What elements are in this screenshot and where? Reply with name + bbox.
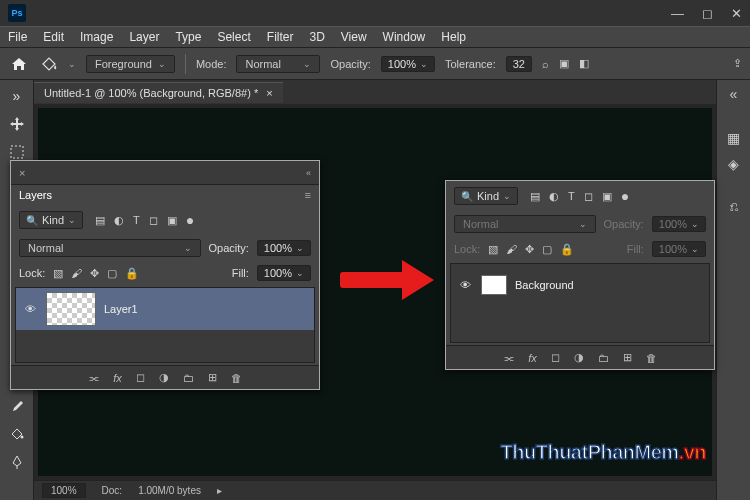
pen-tool[interactable]: [4, 450, 30, 474]
menu-window[interactable]: Window: [383, 30, 426, 44]
filter-toggle-icon[interactable]: ●: [186, 212, 194, 228]
chevron-down-icon: ⌄: [691, 219, 699, 229]
menu-image[interactable]: Image: [80, 30, 113, 44]
layers-panel-icon[interactable]: ◈: [728, 156, 739, 172]
home-button[interactable]: [8, 54, 30, 74]
menu-layer[interactable]: Layer: [129, 30, 159, 44]
panel-collapse-icon[interactable]: «: [306, 168, 311, 178]
opacity-field[interactable]: 100% ⌄: [381, 56, 435, 72]
3d-panel-icon[interactable]: ▦: [727, 130, 740, 146]
menu-edit[interactable]: Edit: [43, 30, 64, 44]
foreground-dropdown[interactable]: Foreground ⌄: [86, 55, 175, 73]
share-icon[interactable]: ⇪: [733, 57, 742, 70]
layers-tab[interactable]: Layers: [19, 189, 52, 201]
filter-adjustment-icon[interactable]: ◐: [549, 190, 559, 203]
chevron-down-icon: ⌄: [503, 191, 511, 201]
tool-chevron-icon[interactable]: ⌄: [68, 59, 76, 69]
visibility-icon[interactable]: 👁: [22, 303, 38, 315]
maximize-icon[interactable]: ◻: [702, 6, 713, 21]
bucket-tool-icon[interactable]: [40, 56, 58, 72]
layer-thumbnail[interactable]: [481, 275, 507, 295]
filter-kind-dropdown[interactable]: 🔍 Kind ⌄: [454, 187, 518, 205]
layer-name[interactable]: Background: [515, 279, 574, 291]
svg-point-3: [20, 436, 23, 439]
brush-tool[interactable]: [4, 394, 30, 418]
layer-style-icon[interactable]: fx: [113, 372, 122, 384]
lock-position-icon[interactable]: ✥: [90, 267, 99, 280]
mode-dropdown[interactable]: Normal ⌄: [236, 55, 320, 73]
status-bar: 100% Doc: 1.00M/0 bytes ▸: [34, 480, 716, 500]
panel-header[interactable]: × «: [11, 161, 319, 185]
adjustments-panel-icon[interactable]: ⎌: [730, 198, 738, 214]
layer-mask-icon[interactable]: ◻: [551, 351, 560, 364]
svg-rect-0: [11, 146, 23, 158]
tolerance-field[interactable]: 32: [506, 56, 532, 72]
document-tab[interactable]: Untitled-1 @ 100% (Background, RGB/8#) *…: [34, 82, 283, 103]
group-icon[interactable]: 🗀: [183, 372, 194, 384]
menu-select[interactable]: Select: [217, 30, 250, 44]
move-tool[interactable]: [4, 112, 30, 136]
status-chevron-icon[interactable]: ▸: [217, 485, 222, 496]
filter-shape-icon[interactable]: ◻: [584, 190, 593, 203]
layer-opacity-value: 100%: [659, 218, 687, 230]
chevron-down-icon: ⌄: [296, 268, 304, 278]
layer-mask-icon[interactable]: ◻: [136, 371, 145, 384]
bucket-tool[interactable]: [4, 422, 30, 446]
lock-artboard-icon[interactable]: ▢: [107, 267, 117, 280]
menu-filter[interactable]: Filter: [267, 30, 294, 44]
blend-mode-dropdown[interactable]: Normal ⌄: [19, 239, 201, 257]
layer-item[interactable]: 👁 Background: [451, 264, 709, 306]
all-layers-icon[interactable]: ◧: [579, 57, 589, 70]
panel-close-icon[interactable]: ×: [19, 167, 25, 179]
menu-type[interactable]: Type: [175, 30, 201, 44]
app-logo: Ps: [8, 4, 26, 22]
filter-type-icon[interactable]: T: [133, 214, 140, 226]
lock-all-icon[interactable]: 🔒: [125, 267, 139, 280]
zoom-field[interactable]: 100%: [42, 483, 86, 498]
lock-transparency-icon[interactable]: ▧: [53, 267, 63, 280]
filter-adjustment-icon[interactable]: ◐: [114, 214, 124, 227]
panel-menu-icon[interactable]: ≡: [305, 189, 311, 201]
expand-panels-icon[interactable]: «: [730, 86, 738, 102]
group-icon[interactable]: 🗀: [598, 352, 609, 364]
menu-view[interactable]: View: [341, 30, 367, 44]
filter-kind-label: Kind: [42, 214, 64, 226]
filter-pixel-icon[interactable]: ▤: [95, 214, 105, 227]
antialias-icon[interactable]: ⌕: [542, 58, 549, 70]
layer-opacity-label: Opacity:: [604, 218, 644, 230]
watermark: ThuThuatPhanMem.vn: [501, 441, 706, 464]
filter-pixel-icon[interactable]: ▤: [530, 190, 540, 203]
expand-icon[interactable]: »: [4, 84, 30, 108]
filter-shape-icon[interactable]: ◻: [149, 214, 158, 227]
lock-image-icon[interactable]: 🖌: [71, 267, 82, 279]
filter-smart-icon[interactable]: ▣: [167, 214, 177, 227]
minimize-icon[interactable]: —: [671, 6, 684, 21]
layer-style-icon[interactable]: fx: [528, 352, 537, 364]
link-layers-icon[interactable]: ⫘: [503, 352, 514, 364]
visibility-icon[interactable]: 👁: [457, 279, 473, 291]
new-layer-icon[interactable]: ⊞: [208, 371, 217, 384]
layer-item[interactable]: 👁 Layer1: [16, 288, 314, 330]
filter-type-icon[interactable]: T: [568, 190, 575, 202]
filter-kind-dropdown[interactable]: 🔍 Kind ⌄: [19, 211, 83, 229]
menu-3d[interactable]: 3D: [309, 30, 324, 44]
fill-field[interactable]: 100% ⌄: [257, 265, 311, 281]
menu-file[interactable]: File: [8, 30, 27, 44]
adjustment-layer-icon[interactable]: ◑: [574, 351, 584, 364]
filter-toggle-icon[interactable]: ●: [621, 188, 629, 204]
menu-help[interactable]: Help: [441, 30, 466, 44]
lock-artboard-icon: ▢: [542, 243, 552, 256]
adjustment-layer-icon[interactable]: ◑: [159, 371, 169, 384]
contiguous-icon[interactable]: ▣: [559, 57, 569, 70]
delete-layer-icon[interactable]: 🗑: [646, 352, 657, 364]
filter-smart-icon[interactable]: ▣: [602, 190, 612, 203]
delete-layer-icon[interactable]: 🗑: [231, 372, 242, 384]
layer-thumbnail[interactable]: [46, 292, 96, 326]
close-icon[interactable]: ✕: [731, 6, 742, 21]
tab-close-icon[interactable]: ×: [266, 87, 272, 99]
layer-name[interactable]: Layer1: [104, 303, 138, 315]
layer-opacity-field[interactable]: 100% ⌄: [257, 240, 311, 256]
arrow-annotation: [340, 260, 440, 300]
link-layers-icon[interactable]: ⫘: [88, 372, 99, 384]
new-layer-icon[interactable]: ⊞: [623, 351, 632, 364]
